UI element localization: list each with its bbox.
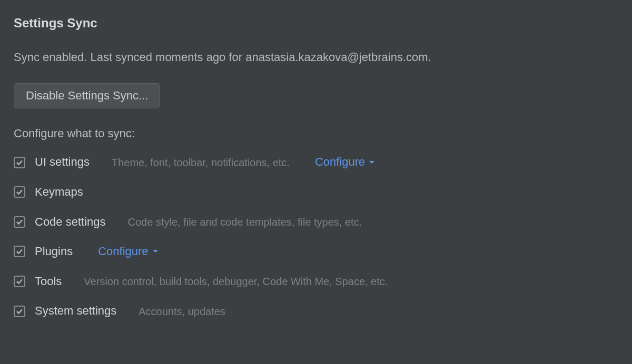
- option-description: Theme, font, toolbar, notifications, etc…: [112, 156, 290, 169]
- configure-link-ui-settings[interactable]: Configure: [315, 155, 376, 170]
- check-icon: [16, 159, 23, 166]
- option-row-plugins: Plugins Configure: [14, 244, 618, 259]
- sync-status-text: Sync enabled. Last synced moments ago fo…: [14, 50, 618, 65]
- checkbox-ui-settings[interactable]: [14, 157, 25, 168]
- check-icon: [16, 308, 23, 315]
- disable-settings-sync-button[interactable]: Disable Settings Sync...: [14, 83, 160, 108]
- page-title: Settings Sync: [14, 15, 618, 31]
- checkbox-plugins[interactable]: [14, 246, 25, 257]
- option-label: Keymaps: [35, 185, 83, 200]
- chevron-down-icon: [368, 159, 376, 166]
- check-icon: [16, 278, 23, 285]
- option-description: Version control, build tools, debugger, …: [84, 275, 388, 288]
- option-label: Plugins: [35, 244, 73, 259]
- configure-link-plugins[interactable]: Configure: [98, 244, 159, 259]
- configure-heading: Configure what to sync:: [14, 126, 618, 141]
- configure-link-label: Configure: [98, 244, 148, 259]
- chevron-down-icon: [152, 248, 159, 255]
- checkbox-code-settings[interactable]: [14, 216, 25, 228]
- configure-link-label: Configure: [315, 155, 365, 170]
- option-row-code-settings: Code settings Code style, file and code …: [14, 215, 618, 230]
- option-label: Code settings: [35, 215, 106, 230]
- option-label: System settings: [35, 304, 116, 319]
- option-row-keymaps: Keymaps: [14, 185, 618, 200]
- option-row-ui-settings: UI settings Theme, font, toolbar, notifi…: [14, 155, 618, 170]
- check-icon: [16, 188, 23, 196]
- option-row-tools: Tools Version control, build tools, debu…: [14, 274, 618, 289]
- option-row-system-settings: System settings Accounts, updates: [14, 304, 618, 319]
- check-icon: [16, 248, 23, 255]
- checkbox-keymaps[interactable]: [14, 186, 25, 198]
- check-icon: [16, 218, 23, 226]
- option-label: Tools: [35, 274, 62, 289]
- option-description: Accounts, updates: [139, 305, 225, 318]
- option-label: UI settings: [35, 155, 90, 170]
- checkbox-tools[interactable]: [14, 276, 25, 287]
- checkbox-system-settings[interactable]: [14, 306, 25, 317]
- option-description: Code style, file and code templates, fil…: [128, 215, 362, 229]
